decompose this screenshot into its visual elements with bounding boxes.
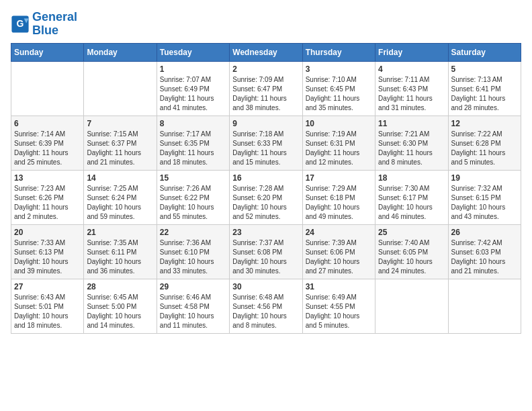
day-header-sunday: Sunday (11, 43, 84, 61)
day-info: Sunrise: 7:10 AM Sunset: 6:45 PM Dayligh… (306, 75, 372, 113)
day-info: Sunrise: 7:15 AM Sunset: 6:37 PM Dayligh… (87, 130, 153, 167)
calendar-cell: 12Sunrise: 7:22 AM Sunset: 6:28 PM Dayli… (448, 116, 521, 170)
calendar-cell: 4Sunrise: 7:11 AM Sunset: 6:43 PM Daylig… (375, 61, 448, 116)
day-info: Sunrise: 6:49 AM Sunset: 4:55 PM Dayligh… (306, 293, 372, 330)
day-number: 9 (232, 119, 299, 128)
calendar-cell: 9Sunrise: 7:18 AM Sunset: 6:33 PM Daylig… (230, 116, 302, 170)
day-number: 24 (306, 228, 372, 237)
day-number: 19 (451, 173, 518, 183)
day-number: 28 (87, 282, 153, 291)
calendar-cell: 2Sunrise: 7:09 AM Sunset: 6:47 PM Daylig… (230, 61, 302, 116)
day-number: 30 (232, 282, 299, 291)
day-number: 10 (306, 119, 372, 128)
svg-text:G: G (17, 18, 24, 29)
day-info: Sunrise: 7:40 AM Sunset: 6:05 PM Dayligh… (378, 238, 445, 276)
day-number: 12 (451, 119, 518, 128)
calendar-week-3: 13Sunrise: 7:23 AM Sunset: 6:26 PM Dayli… (11, 170, 521, 224)
calendar-cell (375, 279, 448, 333)
day-number: 20 (14, 228, 81, 237)
day-header-tuesday: Tuesday (157, 43, 229, 61)
calendar-cell: 10Sunrise: 7:19 AM Sunset: 6:31 PM Dayli… (302, 116, 375, 170)
calendar-cell: 23Sunrise: 7:37 AM Sunset: 6:08 PM Dayli… (230, 224, 302, 279)
calendar-cell: 19Sunrise: 7:32 AM Sunset: 6:15 PM Dayli… (448, 170, 521, 224)
logo-icon: G (11, 15, 30, 34)
day-number: 4 (378, 64, 445, 74)
day-number: 17 (306, 173, 372, 183)
calendar-cell: 17Sunrise: 7:29 AM Sunset: 6:18 PM Dayli… (302, 170, 375, 224)
calendar-cell (11, 61, 84, 116)
day-info: Sunrise: 7:28 AM Sunset: 6:20 PM Dayligh… (232, 184, 299, 222)
calendar-cell: 28Sunrise: 6:45 AM Sunset: 5:00 PM Dayli… (84, 279, 157, 333)
logo: G General Blue (11, 11, 77, 38)
calendar-cell: 31Sunrise: 6:49 AM Sunset: 4:55 PM Dayli… (302, 279, 375, 333)
day-info: Sunrise: 7:29 AM Sunset: 6:18 PM Dayligh… (306, 184, 372, 222)
day-info: Sunrise: 7:32 AM Sunset: 6:15 PM Dayligh… (451, 184, 518, 222)
day-header-thursday: Thursday (302, 43, 375, 61)
day-number: 11 (378, 119, 445, 128)
calendar-cell: 21Sunrise: 7:35 AM Sunset: 6:11 PM Dayli… (84, 224, 157, 279)
day-number: 1 (160, 64, 226, 74)
day-info: Sunrise: 7:42 AM Sunset: 6:03 PM Dayligh… (451, 238, 518, 276)
calendar-cell: 5Sunrise: 7:13 AM Sunset: 6:41 PM Daylig… (448, 61, 521, 116)
day-info: Sunrise: 7:07 AM Sunset: 6:49 PM Dayligh… (160, 75, 226, 113)
day-info: Sunrise: 6:43 AM Sunset: 5:01 PM Dayligh… (14, 293, 81, 330)
calendar-cell: 30Sunrise: 6:48 AM Sunset: 4:56 PM Dayli… (230, 279, 302, 333)
day-number: 14 (87, 173, 153, 183)
day-info: Sunrise: 7:13 AM Sunset: 6:41 PM Dayligh… (451, 75, 518, 113)
day-number: 7 (87, 119, 153, 128)
calendar-cell: 26Sunrise: 7:42 AM Sunset: 6:03 PM Dayli… (448, 224, 521, 279)
calendar-cell: 14Sunrise: 7:25 AM Sunset: 6:24 PM Dayli… (84, 170, 157, 224)
day-number: 26 (451, 228, 518, 237)
calendar-cell: 18Sunrise: 7:30 AM Sunset: 6:17 PM Dayli… (375, 170, 448, 224)
calendar-cell (448, 279, 521, 333)
calendar-week-4: 20Sunrise: 7:33 AM Sunset: 6:13 PM Dayli… (11, 224, 521, 279)
day-number: 16 (232, 173, 299, 183)
day-info: Sunrise: 7:17 AM Sunset: 6:35 PM Dayligh… (160, 130, 226, 167)
day-number: 13 (14, 173, 81, 183)
calendar-cell: 16Sunrise: 7:28 AM Sunset: 6:20 PM Dayli… (230, 170, 302, 224)
day-info: Sunrise: 7:19 AM Sunset: 6:31 PM Dayligh… (306, 130, 372, 167)
day-info: Sunrise: 7:37 AM Sunset: 6:08 PM Dayligh… (232, 238, 299, 276)
calendar-cell: 22Sunrise: 7:36 AM Sunset: 6:10 PM Dayli… (157, 224, 229, 279)
day-number: 25 (378, 228, 445, 237)
calendar-cell: 1Sunrise: 7:07 AM Sunset: 6:49 PM Daylig… (157, 61, 229, 116)
day-number: 27 (14, 282, 81, 291)
page-header: G General Blue (11, 11, 521, 38)
day-info: Sunrise: 6:48 AM Sunset: 4:56 PM Dayligh… (232, 293, 299, 330)
day-number: 8 (160, 119, 226, 128)
day-info: Sunrise: 7:11 AM Sunset: 6:43 PM Dayligh… (378, 75, 445, 113)
calendar-cell: 8Sunrise: 7:17 AM Sunset: 6:35 PM Daylig… (157, 116, 229, 170)
day-info: Sunrise: 7:39 AM Sunset: 6:06 PM Dayligh… (306, 238, 372, 276)
calendar-cell: 11Sunrise: 7:21 AM Sunset: 6:30 PM Dayli… (375, 116, 448, 170)
day-info: Sunrise: 7:35 AM Sunset: 6:11 PM Dayligh… (87, 238, 153, 276)
calendar-week-2: 6Sunrise: 7:14 AM Sunset: 6:39 PM Daylig… (11, 116, 521, 170)
day-number: 22 (160, 228, 226, 237)
day-number: 5 (451, 64, 518, 74)
day-info: Sunrise: 7:18 AM Sunset: 6:33 PM Dayligh… (232, 130, 299, 167)
day-info: Sunrise: 7:30 AM Sunset: 6:17 PM Dayligh… (378, 184, 445, 222)
calendar-cell: 6Sunrise: 7:14 AM Sunset: 6:39 PM Daylig… (11, 116, 84, 170)
day-info: Sunrise: 7:36 AM Sunset: 6:10 PM Dayligh… (160, 238, 226, 276)
logo-text: General Blue (32, 11, 77, 38)
calendar-week-5: 27Sunrise: 6:43 AM Sunset: 5:01 PM Dayli… (11, 279, 521, 333)
calendar-cell: 3Sunrise: 7:10 AM Sunset: 6:45 PM Daylig… (302, 61, 375, 116)
day-info: Sunrise: 7:25 AM Sunset: 6:24 PM Dayligh… (87, 184, 153, 222)
day-info: Sunrise: 7:22 AM Sunset: 6:28 PM Dayligh… (451, 130, 518, 167)
calendar-cell: 13Sunrise: 7:23 AM Sunset: 6:26 PM Dayli… (11, 170, 84, 224)
day-number: 18 (378, 173, 445, 183)
day-number: 29 (160, 282, 226, 291)
day-number: 6 (14, 119, 81, 128)
day-header-friday: Friday (375, 43, 448, 61)
calendar-cell: 29Sunrise: 6:46 AM Sunset: 4:58 PM Dayli… (157, 279, 229, 333)
calendar-cell: 20Sunrise: 7:33 AM Sunset: 6:13 PM Dayli… (11, 224, 84, 279)
day-info: Sunrise: 7:21 AM Sunset: 6:30 PM Dayligh… (378, 130, 445, 167)
calendar-cell: 27Sunrise: 6:43 AM Sunset: 5:01 PM Dayli… (11, 279, 84, 333)
day-number: 3 (306, 64, 372, 74)
day-number: 23 (232, 228, 299, 237)
calendar-cell: 15Sunrise: 7:26 AM Sunset: 6:22 PM Dayli… (157, 170, 229, 224)
day-info: Sunrise: 6:46 AM Sunset: 4:58 PM Dayligh… (160, 293, 226, 330)
day-info: Sunrise: 6:45 AM Sunset: 5:00 PM Dayligh… (87, 293, 153, 330)
calendar-cell: 25Sunrise: 7:40 AM Sunset: 6:05 PM Dayli… (375, 224, 448, 279)
calendar-table: SundayMondayTuesdayWednesdayThursdayFrid… (11, 43, 521, 334)
day-info: Sunrise: 7:09 AM Sunset: 6:47 PM Dayligh… (232, 75, 299, 113)
